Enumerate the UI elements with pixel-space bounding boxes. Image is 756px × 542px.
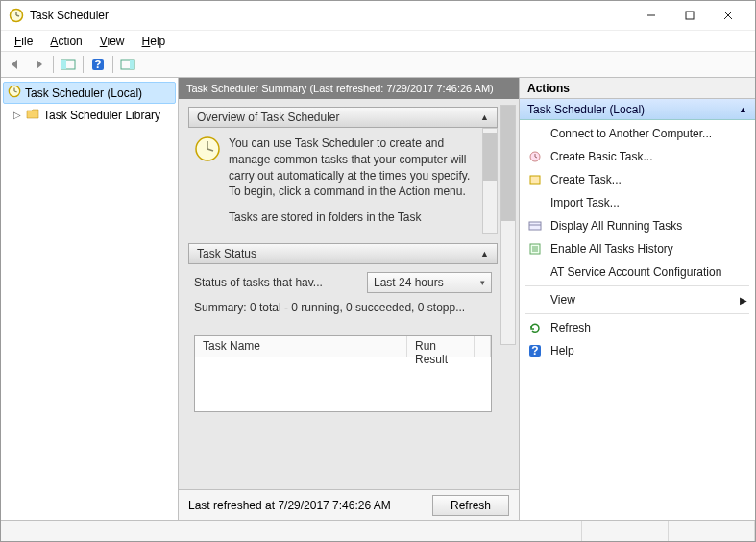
overview-header[interactable]: Overview of Task Scheduler ▲ [188, 107, 498, 128]
collapse-icon: ▲ [739, 105, 747, 114]
menu-help[interactable]: Help [134, 33, 174, 50]
center-panel: Task Scheduler Summary (Last refreshed: … [179, 78, 520, 520]
folder-icon [26, 108, 39, 122]
actions-header: Actions [520, 78, 755, 99]
toolbar: ? [1, 51, 755, 78]
chevron-down-icon: ▾ [480, 278, 485, 287]
separator [525, 313, 749, 314]
title-bar: Task Scheduler [1, 1, 755, 30]
center-footer: Last refreshed at 7/29/2017 7:46:26 AM R… [179, 489, 519, 520]
blank-icon [527, 126, 543, 141]
dropdown-value: Last 24 hours [374, 276, 444, 289]
create-basic-icon [527, 149, 543, 164]
column-more[interactable] [475, 336, 491, 357]
menu-view[interactable]: View [92, 33, 133, 50]
action-connect-computer[interactable]: Connect to Another Computer... [520, 122, 755, 145]
overview-text-block: You can use Task Scheduler to create and… [229, 136, 480, 226]
action-help[interactable]: ? Help [520, 339, 755, 362]
overview-scrollbar[interactable] [482, 128, 498, 234]
clock-icon [8, 85, 21, 101]
column-task-name[interactable]: Task Name [195, 336, 407, 357]
close-button[interactable] [709, 4, 747, 27]
svg-rect-12 [130, 60, 134, 69]
status-cell [1, 521, 582, 541]
task-status-header[interactable]: Task Status ▲ [188, 243, 498, 264]
action-view[interactable]: View ▶ [520, 288, 755, 311]
app-icon [9, 8, 24, 23]
tree-root-label: Task Scheduler (Local) [25, 86, 142, 100]
svg-line-15 [14, 91, 17, 92]
tree-item-library[interactable]: ▷ Task Scheduler Library [3, 106, 176, 124]
column-run-result[interactable]: Run Result [407, 336, 475, 357]
center-body: Overview of Task Scheduler ▲ You can use… [179, 99, 519, 489]
action-refresh[interactable]: Refresh [520, 316, 755, 339]
minimize-button[interactable] [632, 4, 671, 27]
blank-icon [527, 292, 543, 308]
overview-text-more: Tasks are stored in folders in the Task [229, 209, 480, 226]
refresh-button[interactable]: Refresh [432, 495, 509, 516]
separator [525, 285, 749, 286]
last-refreshed-label: Last refreshed at 7/29/2017 7:46:26 AM [188, 499, 391, 512]
center-header: Task Scheduler Summary (Last refreshed: … [179, 78, 519, 99]
action-enable-history[interactable]: Enable All Tasks History [520, 237, 755, 260]
toolbar-separator [112, 56, 113, 73]
action-at-config[interactable]: AT Service Account Configuration [520, 260, 755, 283]
show-hide-action-button[interactable] [117, 54, 138, 75]
running-tasks-icon [527, 218, 543, 234]
expand-icon[interactable]: ▷ [12, 111, 22, 120]
status-cell [582, 521, 669, 541]
center-scrollbar[interactable] [500, 105, 516, 345]
task-status-title: Task Status [197, 247, 256, 260]
overview-body: You can use Task Scheduler to create and… [188, 128, 498, 234]
task-status-section: Task Status ▲ Status of tasks that hav..… [188, 243, 498, 420]
task-status-body: Status of tasks that hav... Last 24 hour… [188, 264, 498, 420]
svg-line-2 [16, 15, 19, 16]
collapse-icon: ▲ [480, 249, 489, 259]
forward-button[interactable] [28, 54, 49, 75]
show-hide-tree-button[interactable] [58, 54, 79, 75]
back-button[interactable] [5, 54, 26, 75]
blank-icon [527, 195, 543, 210]
overview-title: Overview of Task Scheduler [197, 111, 340, 124]
clock-icon [194, 136, 221, 162]
tree-library-label: Task Scheduler Library [43, 109, 160, 122]
help-icon: ? [527, 343, 543, 358]
toolbar-separator [53, 56, 54, 73]
svg-rect-21 [529, 222, 541, 230]
action-create-basic-task[interactable]: Create Basic Task... [520, 145, 755, 168]
status-bar [1, 520, 755, 541]
chevron-right-icon: ▶ [740, 295, 747, 306]
maximize-button[interactable] [671, 4, 709, 27]
action-display-running[interactable]: Display All Running Tasks [520, 214, 755, 237]
action-create-task[interactable]: Create Task... [520, 168, 755, 191]
svg-text:?: ? [531, 344, 538, 357]
actions-group-header[interactable]: Task Scheduler (Local) ▲ [520, 99, 755, 120]
tree-root-task-scheduler-local[interactable]: Task Scheduler (Local) [3, 82, 176, 104]
actions-group-label: Task Scheduler (Local) [527, 103, 645, 116]
svg-text:?: ? [94, 58, 101, 71]
toolbar-separator [83, 56, 84, 73]
status-cell [669, 521, 755, 541]
collapse-icon: ▲ [480, 112, 489, 122]
blank-icon [527, 264, 543, 280]
history-icon [527, 241, 543, 257]
menu-action[interactable]: Action [42, 33, 89, 50]
create-task-icon [527, 172, 543, 187]
time-range-dropdown[interactable]: Last 24 hours ▾ [367, 272, 492, 293]
help-button[interactable]: ? [87, 54, 109, 75]
task-table: Task Name Run Result [194, 335, 492, 412]
menu-file[interactable]: File [7, 33, 40, 50]
status-label: Status of tasks that hav... [194, 276, 359, 289]
overview-section: Overview of Task Scheduler ▲ You can use… [188, 107, 498, 234]
actions-list: Connect to Another Computer... Create Ba… [520, 120, 755, 364]
action-import-task[interactable]: Import Task... [520, 191, 755, 214]
window-title: Task Scheduler [30, 9, 632, 22]
refresh-icon [527, 320, 543, 335]
menu-bar: File Action View Help [1, 30, 755, 51]
svg-rect-4 [686, 12, 694, 19]
svg-rect-8 [61, 60, 66, 69]
svg-rect-20 [530, 176, 540, 184]
overview-text: You can use Task Scheduler to create and… [229, 136, 480, 200]
tree-panel: Task Scheduler (Local) ▷ Task Scheduler … [1, 78, 179, 520]
actions-panel: Actions Task Scheduler (Local) ▲ Connect… [520, 78, 755, 520]
